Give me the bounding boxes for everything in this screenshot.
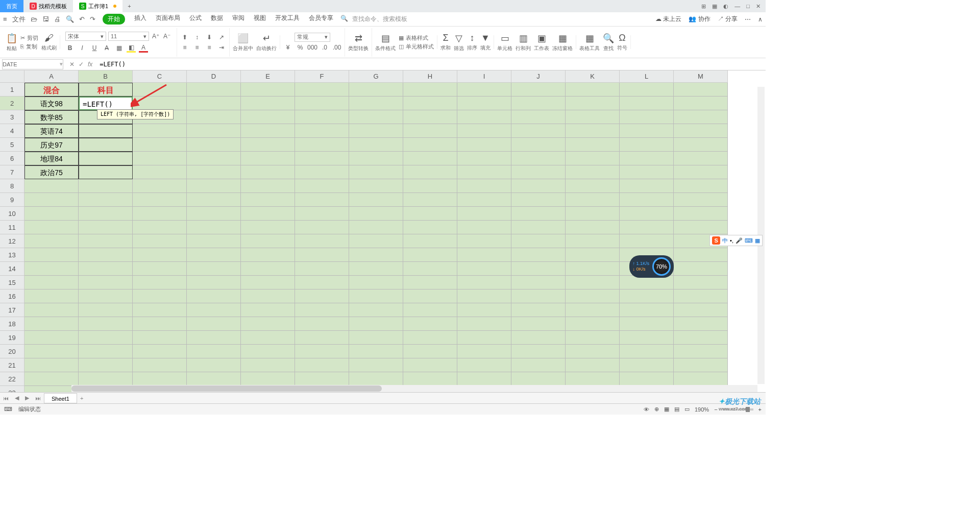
cell[interactable] (295, 331, 349, 345)
zoom-out-icon[interactable]: − (714, 406, 717, 413)
cell[interactable] (241, 248, 295, 262)
redo-icon[interactable]: ↷ (90, 15, 95, 23)
col-E[interactable]: E (241, 70, 295, 83)
cell[interactable] (79, 276, 133, 289)
cell[interactable] (79, 317, 133, 331)
cell[interactable] (511, 138, 566, 152)
col-L[interactable]: L (620, 70, 674, 83)
cell[interactable] (187, 124, 241, 138)
cell[interactable] (511, 124, 566, 138)
cell[interactable] (457, 165, 511, 179)
cell[interactable] (133, 234, 187, 248)
cell[interactable]: 科目 (79, 83, 133, 96)
cell[interactable] (674, 83, 728, 96)
tab-formula[interactable]: 公式 (189, 14, 202, 25)
cell[interactable] (457, 303, 511, 317)
cell[interactable] (403, 83, 457, 96)
col-K[interactable]: K (566, 70, 620, 83)
layout-icon[interactable]: ⊞ (701, 3, 706, 10)
cell[interactable] (241, 110, 295, 124)
cell[interactable] (620, 372, 674, 386)
cell[interactable] (187, 193, 241, 207)
row-4[interactable]: 4 (0, 124, 24, 138)
row-2[interactable]: 2 (0, 96, 24, 110)
cell[interactable] (566, 358, 620, 372)
cell[interactable] (241, 152, 295, 165)
cell[interactable] (187, 289, 241, 303)
symbol-button[interactable]: Ω符号 (617, 33, 627, 52)
view-break-icon[interactable]: ▭ (684, 406, 690, 413)
row-7[interactable]: 7 (0, 165, 24, 179)
cell[interactable] (187, 165, 241, 179)
input-mode-icon[interactable]: ⌨ (4, 406, 12, 413)
cell[interactable] (349, 276, 403, 289)
view-page-icon[interactable]: ▤ (674, 406, 679, 413)
cell[interactable] (79, 234, 133, 248)
cell[interactable] (620, 179, 674, 193)
cell[interactable] (79, 179, 133, 193)
cell[interactable] (241, 289, 295, 303)
cell[interactable] (24, 276, 79, 289)
cell[interactable] (79, 358, 133, 372)
accept-formula-icon[interactable]: ✓ (79, 61, 84, 68)
cell[interactable] (674, 262, 728, 276)
tab-insert[interactable]: 插入 (134, 14, 146, 25)
cell[interactable] (241, 207, 295, 221)
cell[interactable] (241, 179, 295, 193)
tab-layout[interactable]: 页面布局 (156, 14, 180, 25)
cell[interactable] (79, 248, 133, 262)
cell[interactable] (133, 221, 187, 234)
cell[interactable] (511, 372, 566, 386)
align-top-icon[interactable]: ⬆ (180, 33, 189, 42)
cell[interactable] (187, 317, 241, 331)
filter-button[interactable]: ▽筛选 (454, 33, 464, 52)
type-convert-button[interactable]: ⇄类型转换 (348, 33, 369, 52)
cell[interactable] (349, 234, 403, 248)
col-G[interactable]: G (349, 70, 403, 83)
bold-button[interactable]: B (65, 43, 75, 53)
rowcol-button[interactable]: ▥行和列 (516, 33, 531, 52)
cell[interactable] (620, 221, 674, 234)
cell[interactable] (187, 152, 241, 165)
cell[interactable] (187, 110, 241, 124)
row-10[interactable]: 10 (0, 207, 24, 221)
cell[interactable] (79, 331, 133, 345)
cell[interactable] (133, 207, 187, 221)
cell[interactable] (403, 276, 457, 289)
cell[interactable] (349, 179, 403, 193)
align-right-icon[interactable]: ≡ (205, 43, 214, 52)
cell[interactable] (620, 289, 674, 303)
cell[interactable] (620, 83, 674, 96)
cell[interactable] (24, 345, 79, 358)
cell[interactable] (24, 372, 79, 386)
italic-button[interactable]: I (78, 43, 87, 53)
cell[interactable] (24, 221, 79, 234)
cell[interactable] (349, 138, 403, 152)
cell[interactable] (79, 303, 133, 317)
cell[interactable]: 混合 (24, 83, 79, 96)
cell[interactable] (241, 193, 295, 207)
cell[interactable] (403, 138, 457, 152)
cell[interactable] (241, 331, 295, 345)
cell-style-button[interactable]: ◫单元格样式 (399, 43, 434, 51)
cell[interactable] (457, 331, 511, 345)
cell[interactable]: 地理84 (24, 152, 79, 165)
cell[interactable] (674, 221, 728, 234)
orient-icon[interactable]: ↗ (217, 33, 226, 42)
tab-view[interactable]: 视图 (254, 14, 266, 25)
cell[interactable] (620, 110, 674, 124)
cell[interactable] (295, 289, 349, 303)
cell[interactable]: 历史97 (24, 138, 79, 152)
col-M[interactable]: M (674, 70, 728, 83)
col-A[interactable]: A (24, 70, 79, 83)
cell[interactable] (187, 207, 241, 221)
cell[interactable] (674, 303, 728, 317)
cell[interactable] (187, 276, 241, 289)
cell[interactable] (620, 96, 674, 110)
cell[interactable] (24, 248, 79, 262)
row-9[interactable]: 9 (0, 193, 24, 207)
cell[interactable] (403, 345, 457, 358)
cell[interactable] (403, 124, 457, 138)
wrap-button[interactable]: ↵自动换行 (256, 33, 277, 52)
collapse-ribbon-icon[interactable]: ∧ (758, 16, 763, 23)
